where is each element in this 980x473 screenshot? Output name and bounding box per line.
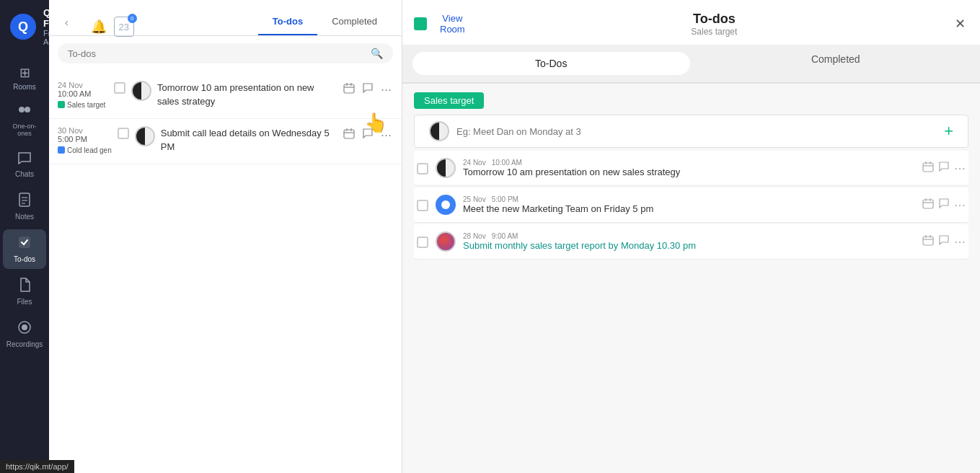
app-logo[interactable]: Q [10,14,36,40]
calendar-action-icon[interactable] [342,81,356,97]
sidebar-item-todos-label: To-dos [14,255,35,263]
view-room-label: ViewRoom [440,13,465,35]
view-room-section: ViewRoom [414,9,474,39]
avatar [436,231,456,252]
svg-point-1 [25,107,30,112]
todo-actions: ⋯ [342,81,393,97]
add-todo-input[interactable] [456,126,937,137]
todo-checkbox[interactable] [118,128,129,139]
more-action-icon[interactable]: ⋯ [954,162,966,175]
sidebar-item-notes[interactable]: Notes [3,187,46,226]
chats-icon [17,151,32,168]
more-action-icon[interactable]: ⋯ [954,235,966,249]
more-action-icon[interactable]: ⋯ [954,198,966,212]
right-todo-list: 24 Nov 10:00 AM Tomorrow 10 am presentat… [402,151,980,473]
calendar-action-icon[interactable] [922,161,934,175]
list-item: 25 Nov 5:00 PM Meet the new Marketing Te… [414,187,968,223]
right-todo-content: 24 Nov 10:00 AM Tomorrow 10 am presentat… [463,159,915,177]
sidebar-item-recordings[interactable]: Recordings [3,314,46,354]
recordings-icon [17,320,32,338]
comment-action-icon[interactable] [361,81,375,97]
sidebar-item-files-label: Files [17,298,32,306]
todo-checkbox[interactable] [417,236,428,248]
todo-checkbox[interactable] [114,82,125,94]
search-bar: 🔍 [58,43,393,63]
notes-icon [18,193,31,211]
room-name: Cold lead gen [67,146,112,154]
right-todo-actions: ⋯ [922,198,966,212]
right-todo-content: 28 Nov 9:00 AM Submit monthly sales targ… [463,232,915,251]
rooms-icon: ⊞ [19,65,30,81]
sidebar-item-files[interactable]: Files [3,272,46,311]
sidebar-item-rooms[interactable]: ⊞ Rooms [3,59,46,97]
todo-content: Tomorrow 10 am presentation on new sales… [157,81,336,108]
right-todo-date: 25 Nov [463,195,486,203]
room-name: Sales target [67,101,105,109]
right-todo-time: 5:00 PM [492,195,518,203]
search-input[interactable] [68,48,365,59]
calendar-date: 23 [119,22,129,32]
sidebar-item-todos[interactable]: To-dos [3,229,46,269]
room-color-dot [58,146,65,154]
right-tab-todos[interactable]: To-Dos [412,52,690,75]
url-bar: https://qik.mt/app/ [0,460,74,473]
notification-button[interactable]: 🔔 [91,19,107,35]
right-todo-actions: ⋯ [922,234,966,249]
right-todo-title: Submit monthly sales target report by Mo… [463,240,915,251]
panel-tabs: To-dos Completed [258,9,392,35]
sales-target-badge: Sales target [414,92,484,109]
calendar-button[interactable]: 23 0 [114,17,134,37]
sidebar-item-one-on-ones[interactable]: One-on-ones [3,100,46,143]
svg-rect-2 [19,193,30,206]
add-todo-button[interactable]: + [944,122,953,141]
right-todo-time: 9:00 AM [492,232,518,240]
comment-action-icon[interactable] [938,198,950,212]
todo-title: Tomorrow 10 am presentation on new sales… [157,82,314,107]
todo-room-badge: Sales target [58,101,105,109]
calendar-action-icon[interactable] [922,234,934,249]
tab-completed[interactable]: Completed [317,9,392,35]
right-todo-meta: 28 Nov 9:00 AM [463,232,915,240]
sidebar-item-chats[interactable]: Chats [3,146,46,184]
todo-title: Submit call lead details on Wednesday 5 … [161,128,330,152]
close-button[interactable]: ✕ [955,16,966,32]
back-arrow-icon[interactable]: ‹ [59,11,74,34]
todo-date: 24 Nov [58,81,108,89]
tab-todos[interactable]: To-dos [258,9,317,35]
right-tab-completed[interactable]: Completed [697,48,975,79]
todos-icon [17,235,32,253]
svg-rect-25 [923,236,933,245]
todo-checkbox[interactable] [417,200,428,211]
sidebar-item-rooms-label: Rooms [13,83,36,91]
more-action-icon[interactable]: ⋯ [379,81,393,97]
comment-action-icon[interactable] [938,161,950,175]
sidebar: Q Qik Free Free Account ▾ 🔔 23 0 ⊞ Rooms [0,0,49,473]
todo-content: Submit call lead details on Wednesday 5 … [161,126,336,154]
sidebar-item-recordings-label: Recordings [6,340,43,348]
list-item: 30 Nov 5:00 PM Cold lead gen Submit call… [49,119,402,164]
list-item: 24 Nov 10:00 AM Tomorrow 10 am presentat… [414,151,968,186]
comment-action-icon[interactable] [938,234,950,249]
right-panel-title: To-dos [474,12,955,27]
right-title-section: To-dos Sales target [474,12,955,37]
avatar [131,81,151,101]
todo-checkbox[interactable] [417,163,428,174]
cursor-tooltip: 👆 [364,112,387,134]
todo-list: 24 Nov 10:00 AM Sales target Tomorrow 10… [49,71,402,473]
files-icon [18,278,31,296]
avatar [429,121,449,141]
right-header: ViewRoom To-dos Sales target ✕ To-Dos Co… [402,0,980,84]
svg-rect-17 [923,163,933,172]
avatar [135,126,155,146]
right-todo-date: 24 Nov [463,159,486,167]
right-todo-title: Tomorrow 10 am presentation on new sales… [463,167,915,177]
right-todo-content: 25 Nov 5:00 PM Meet the new Marketing Te… [463,195,915,214]
search-icon: 🔍 [371,48,383,59]
sidebar-item-one-on-ones-label: One-on-ones [6,123,43,137]
svg-rect-21 [923,200,933,208]
right-tabs: To-Dos Completed [402,45,980,83]
view-room-button[interactable]: ViewRoom [431,9,474,39]
calendar-action-icon[interactable] [922,198,934,212]
app-header: Q Qik Free Free Account ▾ 🔔 23 0 [0,0,49,53]
calendar-action-icon[interactable] [342,126,356,143]
